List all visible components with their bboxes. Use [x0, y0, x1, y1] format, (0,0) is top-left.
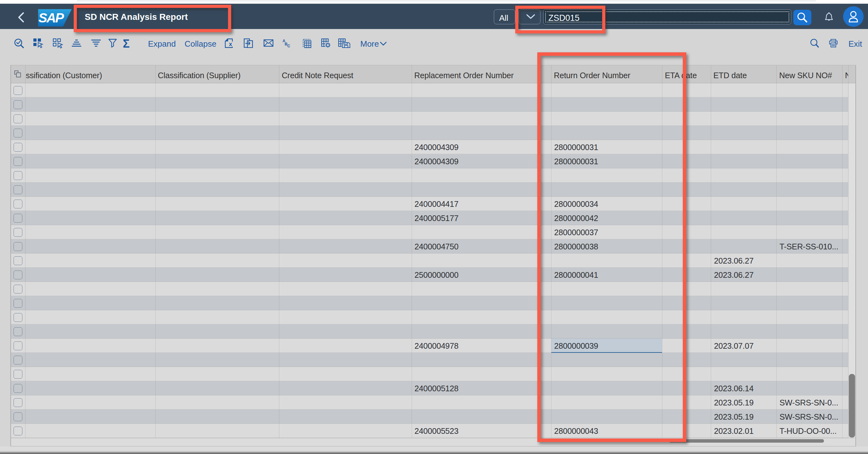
svg-text:x: x [229, 41, 232, 47]
svg-text:C: C [287, 44, 290, 48]
